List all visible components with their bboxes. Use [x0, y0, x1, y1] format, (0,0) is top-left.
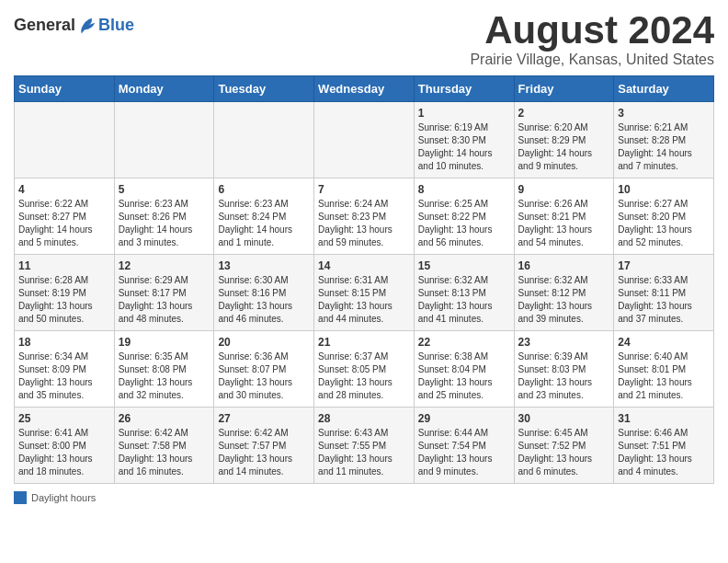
calendar-cell: 21Sunrise: 6:37 AM Sunset: 8:05 PM Dayli…	[314, 331, 415, 408]
calendar-cell: 15Sunrise: 6:32 AM Sunset: 8:13 PM Dayli…	[414, 255, 514, 331]
calendar-cell: 5Sunrise: 6:23 AM Sunset: 8:26 PM Daylig…	[114, 178, 214, 255]
day-info: Sunrise: 6:25 AM Sunset: 8:22 PM Dayligh…	[418, 198, 510, 249]
calendar-cell: 31Sunrise: 6:46 AM Sunset: 7:51 PM Dayli…	[614, 408, 714, 484]
day-info: Sunrise: 6:36 AM Sunset: 8:07 PM Dayligh…	[218, 350, 310, 402]
day-number: 30	[518, 412, 610, 425]
calendar-cell: 4Sunrise: 6:22 AM Sunset: 8:27 PM Daylig…	[15, 178, 115, 255]
weekday-header-saturday: Saturday	[614, 76, 714, 102]
day-number: 15	[418, 259, 510, 272]
day-info: Sunrise: 6:31 AM Sunset: 8:15 PM Dayligh…	[318, 274, 410, 326]
day-number: 9	[518, 183, 610, 196]
calendar-cell: 25Sunrise: 6:41 AM Sunset: 8:00 PM Dayli…	[15, 408, 115, 484]
day-number: 11	[18, 259, 110, 272]
day-info: Sunrise: 6:23 AM Sunset: 8:24 PM Dayligh…	[218, 198, 310, 249]
weekday-header-row: SundayMondayTuesdayWednesdayThursdayFrid…	[15, 76, 714, 102]
weekday-header-wednesday: Wednesday	[314, 76, 415, 102]
day-number: 13	[218, 259, 310, 272]
calendar-cell: 16Sunrise: 6:32 AM Sunset: 8:12 PM Dayli…	[514, 255, 614, 331]
calendar-table: SundayMondayTuesdayWednesdayThursdayFrid…	[14, 75, 714, 484]
calendar-cell: 1Sunrise: 6:19 AM Sunset: 8:30 PM Daylig…	[414, 102, 514, 178]
day-info: Sunrise: 6:30 AM Sunset: 8:16 PM Dayligh…	[218, 274, 310, 326]
day-info: Sunrise: 6:29 AM Sunset: 8:17 PM Dayligh…	[119, 274, 210, 326]
logo-blue-text: Blue	[98, 16, 134, 35]
weekday-header-thursday: Thursday	[414, 76, 514, 102]
day-info: Sunrise: 6:37 AM Sunset: 8:05 PM Dayligh…	[318, 350, 410, 402]
day-number: 26	[119, 412, 210, 425]
calendar-cell: 29Sunrise: 6:44 AM Sunset: 7:54 PM Dayli…	[414, 408, 514, 484]
calendar-cell: 22Sunrise: 6:38 AM Sunset: 8:04 PM Dayli…	[414, 331, 514, 408]
calendar-cell: 28Sunrise: 6:43 AM Sunset: 7:55 PM Dayli…	[314, 408, 415, 484]
page-header: General Blue August 2024 Prairie Village…	[14, 9, 714, 68]
day-info: Sunrise: 6:27 AM Sunset: 8:20 PM Dayligh…	[618, 198, 710, 249]
day-number: 23	[518, 336, 610, 349]
logo-bird-icon	[78, 15, 98, 35]
day-number: 7	[318, 183, 410, 196]
week-row-5: 25Sunrise: 6:41 AM Sunset: 8:00 PM Dayli…	[15, 408, 714, 484]
weekday-header-tuesday: Tuesday	[214, 76, 314, 102]
weekday-header-sunday: Sunday	[15, 76, 115, 102]
calendar-cell	[15, 102, 115, 178]
day-info: Sunrise: 6:19 AM Sunset: 8:30 PM Dayligh…	[418, 121, 510, 173]
day-number: 22	[418, 336, 510, 349]
day-number: 31	[618, 412, 710, 425]
day-info: Sunrise: 6:20 AM Sunset: 8:29 PM Dayligh…	[518, 121, 610, 173]
legend-label: Daylight hours	[31, 492, 96, 503]
day-info: Sunrise: 6:22 AM Sunset: 8:27 PM Dayligh…	[18, 198, 110, 249]
day-info: Sunrise: 6:42 AM Sunset: 7:58 PM Dayligh…	[119, 427, 210, 478]
calendar-cell: 6Sunrise: 6:23 AM Sunset: 8:24 PM Daylig…	[214, 178, 314, 255]
day-number: 3	[618, 107, 710, 120]
calendar-cell	[314, 102, 415, 178]
day-info: Sunrise: 6:39 AM Sunset: 8:03 PM Dayligh…	[518, 350, 610, 402]
title-section: August 2024 Prairie Village, Kansas, Uni…	[470, 9, 714, 68]
day-info: Sunrise: 6:42 AM Sunset: 7:57 PM Dayligh…	[218, 427, 310, 478]
day-info: Sunrise: 6:41 AM Sunset: 8:00 PM Dayligh…	[18, 427, 110, 478]
calendar-cell: 2Sunrise: 6:20 AM Sunset: 8:29 PM Daylig…	[514, 102, 614, 178]
day-info: Sunrise: 6:43 AM Sunset: 7:55 PM Dayligh…	[318, 427, 410, 478]
calendar-cell: 23Sunrise: 6:39 AM Sunset: 8:03 PM Dayli…	[514, 331, 614, 408]
day-info: Sunrise: 6:33 AM Sunset: 8:11 PM Dayligh…	[618, 274, 710, 326]
day-info: Sunrise: 6:44 AM Sunset: 7:54 PM Dayligh…	[418, 427, 510, 478]
calendar-cell: 30Sunrise: 6:45 AM Sunset: 7:52 PM Dayli…	[514, 408, 614, 484]
day-number: 2	[518, 107, 610, 120]
calendar-cell	[114, 102, 214, 178]
day-number: 24	[618, 336, 710, 349]
day-info: Sunrise: 6:45 AM Sunset: 7:52 PM Dayligh…	[518, 427, 610, 478]
week-row-4: 18Sunrise: 6:34 AM Sunset: 8:09 PM Dayli…	[15, 331, 714, 408]
day-info: Sunrise: 6:28 AM Sunset: 8:19 PM Dayligh…	[18, 274, 110, 326]
calendar-cell: 7Sunrise: 6:24 AM Sunset: 8:23 PM Daylig…	[314, 178, 415, 255]
calendar-cell: 13Sunrise: 6:30 AM Sunset: 8:16 PM Dayli…	[214, 255, 314, 331]
day-number: 18	[18, 336, 110, 349]
calendar-cell: 27Sunrise: 6:42 AM Sunset: 7:57 PM Dayli…	[214, 408, 314, 484]
day-info: Sunrise: 6:23 AM Sunset: 8:26 PM Dayligh…	[119, 198, 210, 249]
day-info: Sunrise: 6:26 AM Sunset: 8:21 PM Dayligh…	[518, 198, 610, 249]
week-row-3: 11Sunrise: 6:28 AM Sunset: 8:19 PM Dayli…	[15, 255, 714, 331]
calendar-cell	[214, 102, 314, 178]
day-number: 12	[119, 259, 210, 272]
calendar-cell: 24Sunrise: 6:40 AM Sunset: 8:01 PM Dayli…	[614, 331, 714, 408]
calendar-cell: 19Sunrise: 6:35 AM Sunset: 8:08 PM Dayli…	[114, 331, 214, 408]
week-row-1: 1Sunrise: 6:19 AM Sunset: 8:30 PM Daylig…	[15, 102, 714, 178]
day-info: Sunrise: 6:46 AM Sunset: 7:51 PM Dayligh…	[618, 427, 710, 478]
legend-color-box	[14, 491, 27, 504]
day-number: 5	[119, 183, 210, 196]
day-info: Sunrise: 6:32 AM Sunset: 8:12 PM Dayligh…	[518, 274, 610, 326]
calendar-cell: 14Sunrise: 6:31 AM Sunset: 8:15 PM Dayli…	[314, 255, 415, 331]
calendar-cell: 8Sunrise: 6:25 AM Sunset: 8:22 PM Daylig…	[414, 178, 514, 255]
calendar-cell: 20Sunrise: 6:36 AM Sunset: 8:07 PM Dayli…	[214, 331, 314, 408]
calendar-cell: 3Sunrise: 6:21 AM Sunset: 8:28 PM Daylig…	[614, 102, 714, 178]
day-number: 20	[218, 336, 310, 349]
day-number: 19	[119, 336, 210, 349]
day-info: Sunrise: 6:34 AM Sunset: 8:09 PM Dayligh…	[18, 350, 110, 402]
day-number: 28	[318, 412, 410, 425]
day-number: 4	[18, 183, 110, 196]
day-number: 29	[418, 412, 510, 425]
weekday-header-friday: Friday	[514, 76, 614, 102]
day-number: 14	[318, 259, 410, 272]
calendar-cell: 12Sunrise: 6:29 AM Sunset: 8:17 PM Dayli…	[114, 255, 214, 331]
logo: General Blue	[14, 15, 134, 35]
day-info: Sunrise: 6:38 AM Sunset: 8:04 PM Dayligh…	[418, 350, 510, 402]
location-title: Prairie Village, Kansas, United States	[470, 52, 714, 68]
day-number: 10	[618, 183, 710, 196]
day-number: 17	[618, 259, 710, 272]
day-number: 21	[318, 336, 410, 349]
